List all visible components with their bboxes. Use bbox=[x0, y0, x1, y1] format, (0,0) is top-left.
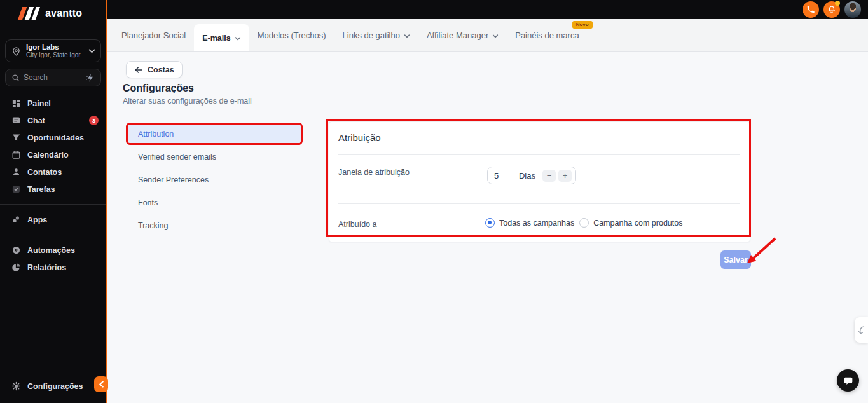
save-button[interactable]: Salvar bbox=[720, 250, 751, 269]
sidebar-item-contatos[interactable]: Contatos bbox=[0, 163, 106, 181]
attribution-panel: Atribuição Janela de atribuição Dias − +… bbox=[329, 121, 750, 242]
menu-item-label: Tracking bbox=[138, 221, 168, 230]
tab-label: Links de gatilho bbox=[343, 31, 400, 40]
dashboard-icon bbox=[11, 99, 21, 108]
menu-item-label: Verified sender emails bbox=[138, 153, 216, 161]
menu-item-tracking[interactable]: Tracking bbox=[128, 216, 301, 235]
panel-divider bbox=[338, 203, 740, 204]
location-name: Igor Labs bbox=[26, 43, 84, 51]
sidebar-item-label: Tarefas bbox=[27, 185, 55, 194]
decrement-button[interactable]: − bbox=[542, 170, 556, 182]
support-chat-button[interactable] bbox=[837, 369, 859, 392]
settings-page: Costas Configurações Alterar suas config… bbox=[107, 52, 868, 403]
sidebar-item-label: Relatórios bbox=[27, 263, 66, 272]
back-arrow-icon bbox=[134, 66, 143, 74]
chevron-down-icon bbox=[404, 34, 410, 38]
attribution-window-stepper: Dias − + bbox=[487, 167, 576, 184]
tab-label: Planejador Social bbox=[121, 31, 186, 40]
location-subtitle: City Igor, State Igor bbox=[26, 51, 84, 59]
page-subtitle: Alterar suas configurações de e-mail bbox=[123, 97, 252, 106]
bell-icon bbox=[827, 5, 836, 14]
user-avatar[interactable] bbox=[844, 1, 861, 18]
sidebar-item-label: Chat bbox=[27, 116, 45, 125]
attribution-window-label: Janela de atribuição bbox=[338, 168, 410, 177]
location-pin-icon bbox=[11, 46, 22, 57]
radio-label: Campanha com produtos bbox=[593, 219, 682, 228]
settings-menu: Attribution Verified sender emails Sende… bbox=[128, 125, 301, 239]
sidebar-item-automacoes[interactable]: Automações bbox=[0, 242, 106, 259]
contact-icon bbox=[11, 167, 21, 177]
tab-planejador-social[interactable]: Planejador Social bbox=[113, 19, 194, 51]
tasks-icon bbox=[11, 184, 21, 194]
chat-icon bbox=[11, 116, 21, 125]
chevron-down-icon bbox=[492, 34, 499, 38]
attribution-window-input[interactable] bbox=[488, 171, 514, 181]
search-input[interactable] bbox=[24, 73, 81, 82]
menu-item-label: Attribution bbox=[138, 130, 174, 139]
attributed-to-options: Todas as campanhas Campanha com produtos bbox=[485, 218, 683, 228]
curve-arrow-icon bbox=[858, 325, 865, 334]
notification-dot bbox=[835, 1, 840, 6]
funnel-icon bbox=[11, 133, 21, 142]
sidebar-item-chat[interactable]: Chat 3 bbox=[0, 112, 106, 129]
sidebar-nav: Painel Chat 3 Oportunidades Calendário bbox=[0, 95, 106, 198]
sidebar-item-label: Automações bbox=[27, 246, 75, 255]
menu-item-verified-sender-emails[interactable]: Verified sender emails bbox=[128, 147, 301, 166]
sidebar-item-label: Configurações bbox=[27, 382, 83, 391]
phone-icon bbox=[806, 5, 815, 14]
tab-modelos-trechos[interactable]: Modelos (Trechos) bbox=[249, 19, 334, 51]
chat-unread-badge: 3 bbox=[89, 116, 99, 125]
sidebar-footer: Configurações bbox=[0, 378, 106, 403]
menu-item-fonts[interactable]: Fonts bbox=[128, 193, 301, 212]
automation-icon bbox=[11, 245, 21, 255]
tab-emails[interactable]: E-mails bbox=[194, 24, 249, 51]
location-selector[interactable]: Igor Labs City Igor, State Igor bbox=[5, 39, 101, 62]
phone-button[interactable] bbox=[803, 1, 819, 18]
sidebar-item-apps[interactable]: Apps bbox=[0, 211, 106, 228]
back-button[interactable]: Costas bbox=[126, 61, 183, 78]
radio-unselected-icon bbox=[579, 218, 589, 228]
radio-campanha-com-produtos[interactable]: Campanha com produtos bbox=[579, 218, 682, 228]
sidebar-collapse-button[interactable] bbox=[94, 376, 108, 392]
chevron-down-icon bbox=[235, 37, 241, 41]
sidebar-item-tarefas[interactable]: Tarefas bbox=[0, 181, 106, 198]
page-title: Configurações bbox=[123, 83, 194, 94]
sidebar-divider bbox=[0, 204, 106, 205]
top-tab-bar: Planejador Social E-mails Modelos (Trech… bbox=[107, 19, 868, 52]
sidebar-item-label: Contatos bbox=[27, 168, 62, 177]
sidebar-item-configuracoes[interactable]: Configurações bbox=[0, 378, 106, 395]
increment-button[interactable]: + bbox=[558, 170, 572, 182]
bolt-icon[interactable] bbox=[85, 73, 95, 83]
side-widget-handle[interactable] bbox=[855, 317, 868, 343]
radio-label: Todas as campanhas bbox=[499, 219, 574, 228]
sidebar-divider bbox=[0, 235, 106, 235]
menu-item-sender-preferences[interactable]: Sender Preferences bbox=[128, 170, 301, 189]
attribution-window-unit: Dias bbox=[514, 171, 540, 181]
sidebar-item-oportunidades[interactable]: Oportunidades bbox=[0, 129, 106, 146]
sidebar-item-label: Oportunidades bbox=[27, 133, 84, 142]
menu-item-attribution[interactable]: Attribution bbox=[128, 125, 301, 143]
tab-links-de-gatilho[interactable]: Links de gatilho bbox=[334, 19, 418, 51]
panel-divider bbox=[338, 154, 740, 155]
sidebar-item-calendario[interactable]: Calendário bbox=[0, 146, 106, 163]
sidebar-item-relatorios[interactable]: Relatórios bbox=[0, 259, 106, 276]
main-area: Planejador Social E-mails Modelos (Trech… bbox=[107, 0, 868, 403]
radio-todas-as-campanhas[interactable]: Todas as campanhas bbox=[485, 218, 574, 228]
radio-selected-icon bbox=[485, 218, 495, 228]
calendar-icon bbox=[11, 150, 21, 160]
sidebar-item-label: Apps bbox=[27, 215, 47, 224]
tab-label: E-mails bbox=[202, 34, 230, 43]
app-window: avantto Igor Labs City Igor, State Igor bbox=[0, 0, 868, 403]
attributed-to-label: Atribuído a bbox=[338, 220, 376, 229]
tab-affiliate-manager[interactable]: Affiliate Manager bbox=[418, 19, 507, 51]
chat-bubble-icon bbox=[843, 376, 853, 386]
tab-paineis-de-marca[interactable]: Painéis de marca Novo bbox=[507, 19, 587, 51]
notifications-button[interactable] bbox=[823, 1, 840, 18]
brand-logo: avantto bbox=[0, 0, 106, 21]
sidebar-item-painel[interactable]: Painel bbox=[0, 95, 106, 112]
back-button-label: Costas bbox=[148, 65, 174, 74]
reports-icon bbox=[11, 263, 21, 272]
menu-item-label: Fonts bbox=[138, 198, 158, 207]
novo-badge: Novo bbox=[572, 21, 593, 29]
tab-label: Painéis de marca bbox=[515, 31, 579, 40]
